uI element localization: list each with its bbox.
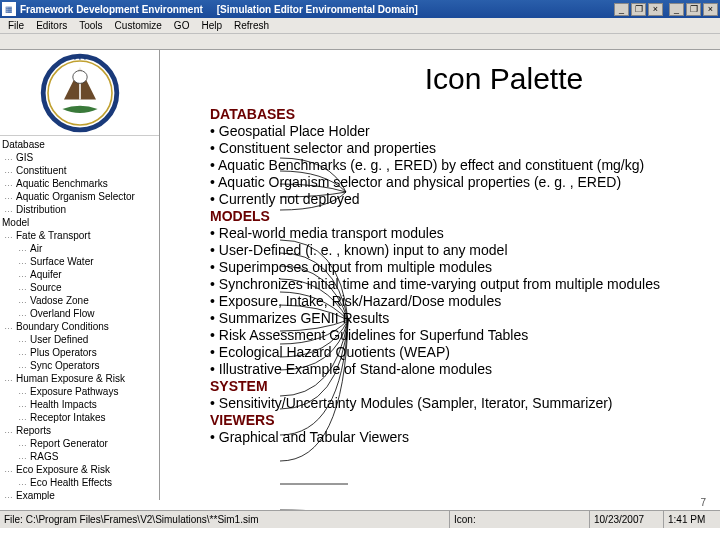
- menu-tools[interactable]: Tools: [73, 20, 108, 31]
- tree-item[interactable]: Health Impacts: [2, 398, 157, 411]
- tree-item[interactable]: Surface Water: [2, 255, 157, 268]
- tree-item[interactable]: Sync Operators: [2, 359, 157, 372]
- toolbar: [0, 34, 720, 50]
- menu-bar: File Editors Tools Customize GO Help Ref…: [0, 18, 720, 34]
- tree-item[interactable]: Fate & Transport: [2, 229, 157, 242]
- tree-item[interactable]: Aquatic Organism Selector: [2, 190, 157, 203]
- bullet-item: Aquatic Organism selector and physical p…: [210, 174, 712, 191]
- bullet-item: Graphical and Tabular Viewers: [210, 429, 712, 446]
- tree-item[interactable]: User Defined: [2, 333, 157, 346]
- window-buttons: _ ❐ ×: [669, 3, 718, 16]
- tree-item[interactable]: Receptor Intakes: [2, 411, 157, 424]
- tree-item[interactable]: Report Generator: [2, 437, 157, 450]
- bullet-item: Sensitivity/Uncertainty Modules (Sampler…: [210, 395, 712, 412]
- bullet-item: Exposure, Intake, Risk/Hazard/Dose modul…: [210, 293, 712, 310]
- status-file: File: C:\Program Files\Frames\V2\Simulat…: [0, 511, 450, 528]
- bullet-item: Summarizes GENII Results: [210, 310, 712, 327]
- bullet-item: Aquatic Benchmarks (e. g. , ERED) by eff…: [210, 157, 712, 174]
- tree-item[interactable]: Distribution: [2, 203, 157, 216]
- app-name: Framework Development Environment: [20, 4, 203, 15]
- slide-body: DATABASES Geospatial Place Holder Consti…: [210, 106, 712, 446]
- menu-file[interactable]: File: [2, 20, 30, 31]
- tree-item[interactable]: Reports: [2, 424, 157, 437]
- maximize-button[interactable]: ❐: [686, 3, 701, 16]
- section-header-viewers: VIEWERS: [210, 412, 712, 429]
- tree-item[interactable]: Constituent: [2, 164, 157, 177]
- tree-item[interactable]: Source: [2, 281, 157, 294]
- tree-item[interactable]: Example: [2, 489, 157, 500]
- tree-model[interactable]: Model: [2, 216, 157, 229]
- tree-item[interactable]: GIS: [2, 151, 157, 164]
- bullet-item: Ecological Hazard Quotients (WEAP): [210, 344, 712, 361]
- svg-point-2: [73, 70, 87, 83]
- section-header-system: SYSTEM: [210, 378, 712, 395]
- mdi-minimize-button[interactable]: _: [614, 3, 629, 16]
- slide-content: Icon Palette DATABASES Geospatial Place …: [160, 50, 720, 500]
- tree-item[interactable]: Eco Exposure & Risk: [2, 463, 157, 476]
- title-bar: ▦ Framework Development Environment [Sim…: [0, 0, 720, 18]
- slide-title: Icon Palette: [296, 62, 712, 96]
- section-header-models: MODELS: [210, 208, 712, 225]
- minimize-button[interactable]: _: [669, 3, 684, 16]
- menu-customize[interactable]: Customize: [109, 20, 168, 31]
- menu-refresh[interactable]: Refresh: [228, 20, 275, 31]
- section-header-databases: DATABASES: [210, 106, 712, 123]
- menu-go[interactable]: GO: [168, 20, 196, 31]
- tree-item[interactable]: Vadose Zone: [2, 294, 157, 307]
- tree-item[interactable]: Eco Health Effects: [2, 476, 157, 489]
- tree-item[interactable]: Exposure Pathways: [2, 385, 157, 398]
- menu-help[interactable]: Help: [195, 20, 228, 31]
- tree-item[interactable]: Aquifer: [2, 268, 157, 281]
- status-icon: Icon:: [450, 511, 590, 528]
- tree-item[interactable]: RAGS: [2, 450, 157, 463]
- bullet-item: Risk Assessment Guidelines for Superfund…: [210, 327, 712, 344]
- tree-item[interactable]: Air: [2, 242, 157, 255]
- mdi-window-buttons: _ ❐ ×: [614, 3, 663, 16]
- doc-name: [Simulation Editor Environmental Domain]: [217, 4, 418, 15]
- window-title: Framework Development Environment [Simul…: [20, 4, 614, 15]
- tree-database[interactable]: Database: [2, 138, 157, 151]
- tree-item[interactable]: Overland Flow: [2, 307, 157, 320]
- tree-item[interactable]: Aquatic Benchmarks: [2, 177, 157, 190]
- bullet-item: Synchronizes initial time and time-varyi…: [210, 276, 712, 293]
- bullet-item: Geospatial Place Holder: [210, 123, 712, 140]
- bullet-item: Constituent selector and properties: [210, 140, 712, 157]
- page-number: 7: [700, 497, 706, 508]
- bullet-item: Superimposes output from multiple module…: [210, 259, 712, 276]
- tree-item[interactable]: Boundary Conditions: [2, 320, 157, 333]
- svg-text:★ ★ ★: ★ ★ ★: [73, 56, 87, 61]
- bullet-item: Real-world media transport modules: [210, 225, 712, 242]
- mdi-maximize-button[interactable]: ❐: [631, 3, 646, 16]
- bullet-item: Illustrative Example of Stand-alone modu…: [210, 361, 712, 378]
- tree-panel: ★ ★ ★ Database GIS Constituent Aquatic B…: [0, 50, 160, 500]
- status-date: 10/23/2007: [590, 511, 664, 528]
- mdi-close-button[interactable]: ×: [648, 3, 663, 16]
- tree-item[interactable]: Plus Operators: [2, 346, 157, 359]
- main-area: ★ ★ ★ Database GIS Constituent Aquatic B…: [0, 50, 720, 500]
- bullet-item: Currently not deployed: [210, 191, 712, 208]
- status-bar: File: C:\Program Files\Frames\V2\Simulat…: [0, 510, 720, 528]
- menu-editors[interactable]: Editors: [30, 20, 73, 31]
- tree-view[interactable]: Database GIS Constituent Aquatic Benchma…: [0, 136, 159, 500]
- bullet-item: User-Defined (i. e. , known) input to an…: [210, 242, 712, 259]
- app-icon: ▦: [2, 2, 16, 16]
- nrc-seal: ★ ★ ★: [0, 50, 160, 136]
- tree-item[interactable]: Human Exposure & Risk: [2, 372, 157, 385]
- status-time: 1:41 PM: [664, 511, 720, 528]
- close-button[interactable]: ×: [703, 3, 718, 16]
